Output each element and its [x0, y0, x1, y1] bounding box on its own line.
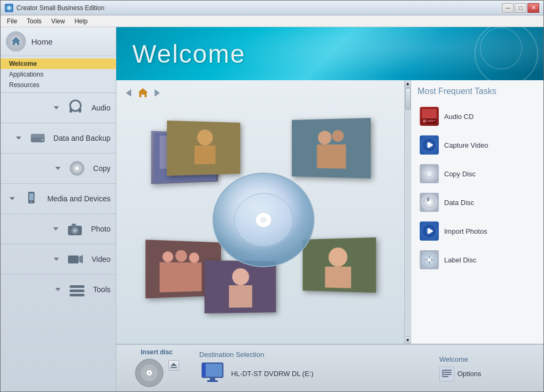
maximize-button[interactable]: □ — [515, 3, 526, 13]
svg-point-16 — [73, 229, 76, 232]
minimize-button[interactable]: ─ — [502, 3, 514, 13]
svg-point-1 — [8, 7, 10, 9]
svg-point-47 — [232, 268, 249, 285]
hdd-icon — [27, 127, 48, 149]
svg-point-54 — [260, 217, 267, 223]
cd-disc — [210, 164, 317, 270]
window-title: Creator Small Business Edition — [16, 4, 104, 12]
task-copy-disc[interactable]: Copy Disc — [418, 161, 537, 186]
sidebar-nav-applications[interactable]: Applications — [1, 69, 116, 80]
svg-rect-22 — [70, 294, 84, 296]
home-icon-circle — [6, 31, 26, 52]
insert-disc-section: Insert disc — [125, 348, 189, 388]
svg-rect-96 — [442, 372, 452, 373]
tools-icon — [66, 279, 88, 300]
task-audio-cd[interactable]: Audio CD — [418, 104, 537, 129]
scroll-up-button[interactable]: ▲ — [405, 80, 411, 88]
svg-point-13 — [30, 201, 32, 203]
menu-bar: File Tools View Help — [1, 15, 543, 27]
sidebar-section-copy[interactable]: Copy — [1, 153, 116, 183]
welcome-banner: Welcome — [116, 27, 543, 80]
destination-title: Destination Selection — [199, 351, 313, 359]
menu-view[interactable]: View — [47, 16, 69, 26]
photo-label: Photo — [91, 225, 110, 233]
svg-marker-24 — [155, 89, 160, 97]
sidebar-section-audio[interactable]: Audio — [1, 92, 116, 123]
scroll-down-button[interactable]: ▼ — [405, 336, 411, 344]
welcome-section-title: Welcome — [439, 355, 468, 363]
svg-rect-72 — [427, 198, 429, 201]
svg-rect-56 — [422, 109, 437, 118]
collage — [127, 96, 400, 338]
svg-rect-97 — [442, 374, 452, 375]
menu-file[interactable]: File — [3, 16, 21, 26]
sidebar-section-data[interactable]: Data and Backup — [1, 123, 116, 153]
sidebar-header: Home — [1, 27, 116, 56]
task-data-disc[interactable]: Data Disc — [418, 190, 537, 215]
svg-rect-45 — [325, 267, 351, 288]
task-label-disc[interactable]: Label Disc — [418, 247, 537, 272]
svg-rect-32 — [194, 146, 215, 164]
copy-disc-label: Copy Disc — [444, 170, 475, 178]
sidebar-nav-resources[interactable]: Resources — [1, 80, 116, 90]
svg-rect-60 — [427, 121, 434, 122]
data-label: Data and Backup — [54, 134, 110, 142]
data-expand — [15, 135, 22, 141]
svg-rect-42 — [159, 262, 201, 293]
tools-label: Tools — [93, 285, 110, 294]
menu-help[interactable]: Help — [70, 16, 92, 26]
task-import-photos[interactable]: Import Photos — [418, 218, 537, 244]
content-area: Welcome — [116, 27, 543, 391]
task-capture-video[interactable]: Capture Video — [418, 132, 537, 158]
svg-rect-95 — [442, 370, 452, 371]
svg-rect-6 — [31, 134, 45, 138]
import-photos-label: Import Photos — [444, 227, 487, 235]
data-disc-icon — [420, 193, 439, 212]
main-layout: Home Welcome Applications Resources — [1, 27, 543, 391]
svg-point-10 — [75, 167, 79, 170]
copy-disc-task-icon — [420, 164, 439, 183]
phone-icon — [21, 188, 42, 209]
sidebar-section-media[interactable]: Media and Devices — [1, 183, 116, 214]
svg-marker-23 — [126, 89, 131, 97]
close-button[interactable]: ✕ — [528, 3, 539, 13]
device-name: HL-DT-ST DVDRW DL (E:) — [231, 370, 313, 378]
sidebar-section-photo[interactable]: Photo — [1, 214, 116, 244]
options-label: Options — [457, 370, 481, 378]
copy-expand — [55, 165, 61, 172]
sidebar-section-video[interactable]: Video — [1, 244, 116, 274]
app-icon — [5, 4, 13, 12]
svg-rect-18 — [68, 255, 79, 263]
welcome-title: Welcome — [116, 39, 245, 69]
sidebar-section-tools[interactable]: Tools — [1, 274, 116, 304]
copy-disc-icon — [66, 158, 88, 179]
destination-device: HL-DT-ST DVDRW DL (E:) — [199, 362, 313, 386]
label-disc-icon — [420, 250, 439, 269]
svg-rect-58 — [423, 120, 426, 123]
collage-inner — [141, 116, 386, 318]
svg-rect-17 — [72, 224, 76, 226]
svg-rect-59 — [427, 120, 436, 121]
svg-point-79 — [428, 258, 431, 261]
destination-label-area: Destination Selection — [199, 351, 313, 386]
photo-expand — [53, 226, 59, 232]
sidebar-nav: Welcome Applications Resources — [1, 56, 116, 92]
right-panel: Most Frequent Tasks — [411, 80, 543, 344]
svg-marker-88 — [171, 363, 177, 366]
sidebar-nav-welcome[interactable]: Welcome — [1, 58, 116, 69]
menu-tools[interactable]: Tools — [22, 16, 46, 26]
options-button[interactable]: Options — [439, 367, 481, 381]
video-expand — [53, 256, 60, 262]
scroll-thumb[interactable] — [405, 88, 411, 109]
svg-point-7 — [41, 139, 44, 141]
showcase-area: ▲ ▼ — [116, 80, 411, 344]
insert-disc-label: Insert disc — [141, 348, 173, 356]
banner-decoration — [448, 27, 543, 80]
audio-cd-icon — [420, 107, 439, 126]
svg-marker-19 — [79, 255, 83, 263]
eject-button[interactable] — [168, 360, 179, 371]
showcase-scrollbar[interactable]: ▲ ▼ — [404, 80, 411, 344]
svg-rect-4 — [79, 108, 81, 113]
title-bar-left: Creator Small Business Edition — [5, 4, 104, 12]
bottom-bar: Insert disc — [116, 344, 543, 391]
